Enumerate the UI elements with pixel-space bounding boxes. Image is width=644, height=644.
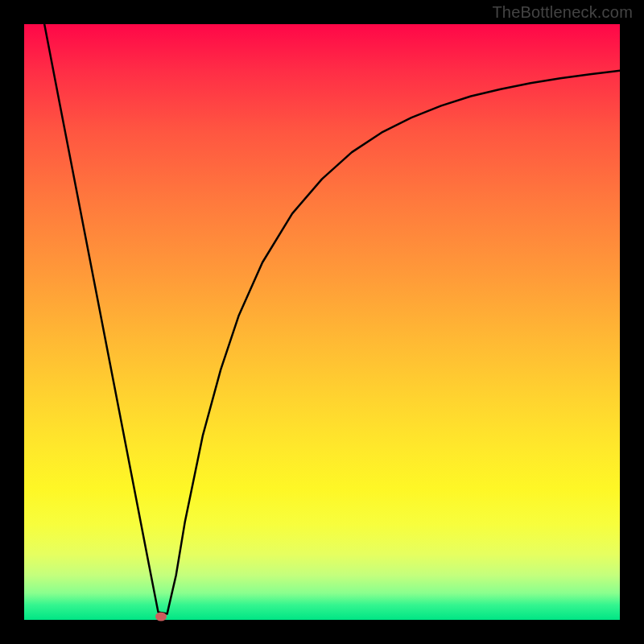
chart-container: TheBottleneck.com: [0, 0, 644, 644]
bottleneck-curve: [24, 24, 620, 620]
minimum-marker-icon: [155, 612, 167, 621]
plot-area: [24, 24, 620, 620]
watermark-text: TheBottleneck.com: [492, 3, 633, 22]
